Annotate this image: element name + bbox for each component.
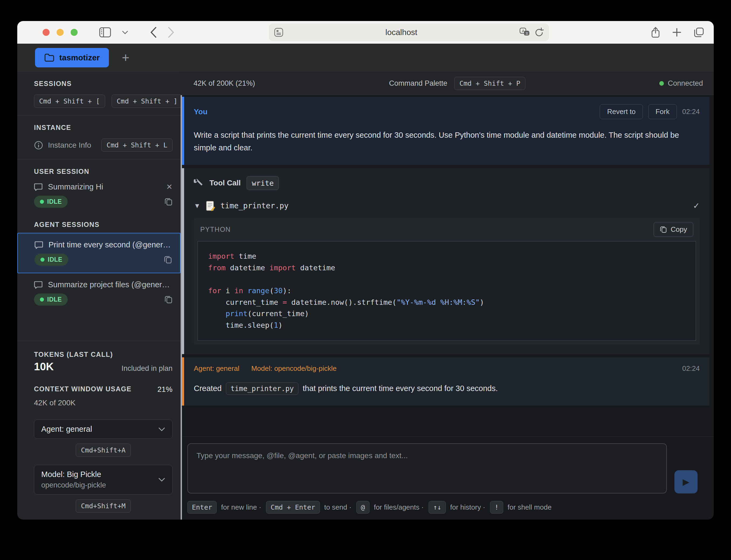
hint-text: for new line · xyxy=(221,503,261,511)
hint-text: to send · xyxy=(324,503,351,511)
user-message-text: Write a script that prints the current t… xyxy=(194,129,700,154)
connection-status: Connected xyxy=(659,79,703,88)
kbd-model-select[interactable]: Cmd+Shift+M xyxy=(76,499,131,513)
instance-info-link[interactable]: Instance Info xyxy=(48,141,101,150)
context-usage: 42K of 200K xyxy=(34,399,173,407)
model-select-value: Model: Big Pickle xyxy=(41,470,158,479)
reload-icon[interactable] xyxy=(535,27,544,37)
translate-icon[interactable]: A 文 xyxy=(519,27,530,37)
hint-kbd: ↑↓ xyxy=(429,501,446,514)
session-item-agent-2[interactable]: Summarize project files (@general sub...… xyxy=(17,273,181,313)
status-badge: IDLE xyxy=(34,293,68,306)
user-session-heading: USER SESSION xyxy=(34,168,173,175)
svg-text:文: 文 xyxy=(525,32,529,35)
close-session-icon[interactable]: ✕ xyxy=(166,182,173,191)
message-time: 02:24 xyxy=(682,108,700,116)
context-usage-status: 42K of 200K (21%) xyxy=(194,79,255,88)
code-content: import timefrom datetime import datetime… xyxy=(198,241,696,341)
tab-tasmotizer[interactable]: tasmotizer xyxy=(35,48,109,67)
window-controls xyxy=(43,29,78,36)
page-icon[interactable] xyxy=(274,28,283,37)
agent-meta-agent: Agent: general xyxy=(194,364,239,373)
wrench-icon xyxy=(194,178,204,188)
kbd-next-session[interactable]: Cmd + Shift + ] xyxy=(112,95,183,108)
close-window-button[interactable] xyxy=(43,29,50,36)
session-item-agent-1[interactable]: Print time every second (@general su... … xyxy=(17,233,181,273)
kbd-command-palette[interactable]: Cmd + Shift + P xyxy=(454,77,525,90)
hint-text: for history · xyxy=(450,503,485,511)
status-badge: IDLE xyxy=(34,196,68,208)
code-block: PYTHON Copy import timefrom datetime imp… xyxy=(194,218,700,344)
code-language-label: PYTHON xyxy=(200,226,231,233)
back-button[interactable] xyxy=(150,27,157,38)
main-panel: 42K of 200K (21%) Command Palette Cmd + … xyxy=(181,72,714,520)
composer-hints: Enterfor new line ·Cmd + Enterto send ·@… xyxy=(187,501,698,514)
send-button[interactable]: ▶ xyxy=(674,470,698,493)
agent-text-after: that prints the current time every secon… xyxy=(303,384,498,393)
tool-call-label: Tool Call xyxy=(209,179,241,187)
tab-title: tasmotizer xyxy=(59,53,100,62)
code-line: from datetime import datetime xyxy=(208,262,685,274)
code-line: for i in range(30): xyxy=(208,285,685,297)
chevron-down-icon xyxy=(158,478,165,482)
composer-hint: @for files/agents · xyxy=(356,501,424,514)
fork-button[interactable]: Fork xyxy=(648,104,677,119)
idle-dot xyxy=(40,298,44,302)
sidebar-toggle-icon[interactable] xyxy=(99,27,111,37)
connected-dot xyxy=(659,81,664,86)
chat-bubble-icon xyxy=(34,281,43,289)
tokens-heading: TOKENS (LAST CALL) xyxy=(34,351,113,358)
code-line: print(current_time) xyxy=(208,308,685,320)
add-tab-button[interactable]: + xyxy=(122,51,129,64)
forward-button[interactable] xyxy=(168,27,175,38)
disclosure-triangle-icon[interactable]: ▼ xyxy=(194,202,201,210)
composer-hint: Cmd + Enterto send · xyxy=(266,501,351,514)
user-message: You Revert to Fork 02:24 Write a script … xyxy=(182,97,709,165)
new-tab-icon[interactable] xyxy=(672,28,681,37)
session-item-user[interactable]: Summarizing Hi ✕ IDLE xyxy=(17,175,181,215)
kbd-prev-session[interactable]: Cmd + Shift + [ xyxy=(34,95,105,108)
context-percent: 21% xyxy=(157,385,173,394)
agent-select[interactable]: Agent: general xyxy=(34,420,173,439)
tool-file-row[interactable]: ▼ time_printer.py xyxy=(194,201,700,211)
status-bar: 42K of 200K (21%) Command Palette Cmd + … xyxy=(181,72,714,95)
copy-session-icon[interactable] xyxy=(164,198,173,206)
model-select-subtitle: opencode/big-pickle xyxy=(41,481,158,489)
check-icon: ✓ xyxy=(693,201,700,210)
agent-sessions-heading: AGENT SESSIONS xyxy=(34,221,173,229)
kbd-agent-select[interactable]: Cmd+Shift+A xyxy=(76,444,131,457)
tokens-plan: Included in plan xyxy=(122,364,173,373)
session-title: Summarizing Hi xyxy=(48,182,166,191)
code-line: import time xyxy=(208,251,685,262)
share-icon[interactable] xyxy=(651,27,660,38)
message-input[interactable] xyxy=(187,443,667,493)
tab-overview-icon[interactable] xyxy=(694,27,704,37)
command-palette-label: Command Palette xyxy=(389,79,447,88)
sidebar-chevron-down-icon[interactable] xyxy=(122,30,128,34)
kbd-instance-info[interactable]: Cmd + Shift + L xyxy=(101,139,173,152)
hint-text: for files/agents · xyxy=(374,503,424,511)
idle-dot xyxy=(40,258,44,262)
copy-session-icon[interactable] xyxy=(164,256,172,264)
agent-meta-model: Model: opencode/big-pickle xyxy=(251,364,337,373)
hint-kbd: Cmd + Enter xyxy=(266,501,320,514)
play-icon: ▶ xyxy=(683,477,689,487)
copy-code-button[interactable]: Copy xyxy=(654,222,693,237)
tool-file-name: time_printer.py xyxy=(220,201,289,210)
composer: ▶ Enterfor new line ·Cmd + Enterto send … xyxy=(182,437,714,520)
session-title: Summarize project files (@general sub... xyxy=(48,280,173,289)
address-bar[interactable]: localhost A 文 xyxy=(269,24,549,41)
model-select[interactable]: Model: Big Pickle opencode/big-pickle xyxy=(34,465,173,495)
minimize-window-button[interactable] xyxy=(57,29,64,36)
copy-session-icon[interactable] xyxy=(164,296,173,304)
code-line xyxy=(208,274,685,285)
code-line: current_time = datetime.now().strftime("… xyxy=(208,297,685,308)
file-memo-icon xyxy=(206,201,215,211)
agent-select-value: Agent: general xyxy=(41,425,158,434)
code-line: time.sleep(1) xyxy=(208,320,685,331)
revert-to-button[interactable]: Revert to xyxy=(600,104,643,119)
agent-text-before: Created xyxy=(194,384,222,393)
zoom-window-button[interactable] xyxy=(71,29,78,36)
app-tab-bar: tasmotizer + xyxy=(17,44,714,72)
browser-window: localhost A 文 xyxy=(17,21,714,520)
